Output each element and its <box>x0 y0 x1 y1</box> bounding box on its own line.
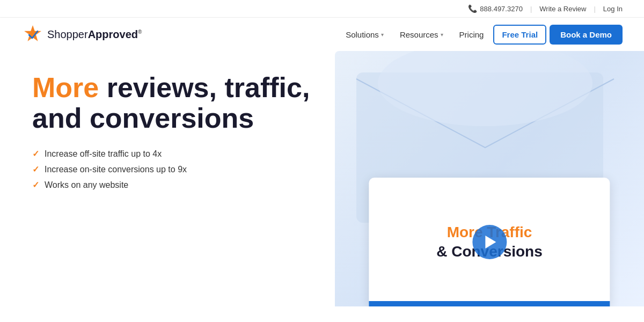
check-icon-3: ✓ <box>32 180 39 190</box>
video-card: More Traffic & Conversions <box>369 178 610 306</box>
nav-right: Solutions ▾ Resources ▾ Pricing Free Tri… <box>339 25 623 45</box>
navbar: ShopperApproved® Solutions ▾ Resources ▾… <box>0 18 644 51</box>
list-item: ✓ Increase off-site traffic up to 4x <box>32 149 313 159</box>
hero-right: More Traffic & Conversions <box>335 51 644 306</box>
hero-heading: More reviews, traffic, and conversions <box>32 72 313 134</box>
hero-left: More reviews, traffic, and conversions ✓… <box>0 51 335 306</box>
separator-1: | <box>530 5 532 13</box>
log-in-link[interactable]: Log In <box>603 5 623 13</box>
solutions-chevron-icon: ▾ <box>381 32 384 38</box>
free-trial-button[interactable]: Free Trial <box>493 25 546 45</box>
logo-text: ShopperApproved® <box>47 28 142 41</box>
nav-pricing[interactable]: Pricing <box>453 26 491 43</box>
phone-wrapper: 📞 888.497.3270 <box>468 4 523 13</box>
list-item: ✓ Increase on-site conversions up to 9x <box>32 164 313 174</box>
hero-heading-more: More <box>32 72 99 103</box>
separator-2: | <box>594 5 595 13</box>
video-bottom-bar <box>369 301 610 306</box>
play-triangle-icon <box>485 236 496 248</box>
checklist-item-3: Works on any website <box>45 180 128 190</box>
hero-section: More reviews, traffic, and conversions ✓… <box>0 51 644 306</box>
resources-chevron-icon: ▾ <box>441 32 443 38</box>
play-button[interactable] <box>472 225 507 259</box>
logo[interactable]: ShopperApproved® <box>21 23 142 46</box>
nav-solutions[interactable]: Solutions ▾ <box>339 26 390 43</box>
book-demo-button[interactable]: Book a Demo <box>550 25 623 45</box>
checklist-item-2: Increase on-site conversions up to 9x <box>45 165 187 174</box>
check-icon-1: ✓ <box>32 149 39 159</box>
hero-checklist: ✓ Increase off-site traffic up to 4x ✓ I… <box>32 149 313 195</box>
phone-icon: 📞 <box>468 4 477 13</box>
list-item: ✓ Works on any website <box>32 180 313 190</box>
checklist-item-1: Increase off-site traffic up to 4x <box>45 149 162 159</box>
check-icon-2: ✓ <box>32 164 39 174</box>
phone-number: 888.497.3270 <box>480 5 523 13</box>
nav-resources[interactable]: Resources ▾ <box>393 26 450 43</box>
logo-icon <box>21 23 44 46</box>
top-bar: 📞 888.497.3270 | Write a Review | Log In <box>0 0 644 18</box>
write-review-link[interactable]: Write a Review <box>539 5 586 13</box>
